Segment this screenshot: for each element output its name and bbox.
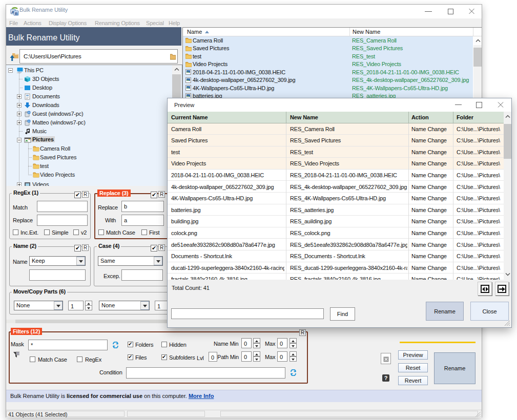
svg-text:B: B	[15, 11, 18, 16]
